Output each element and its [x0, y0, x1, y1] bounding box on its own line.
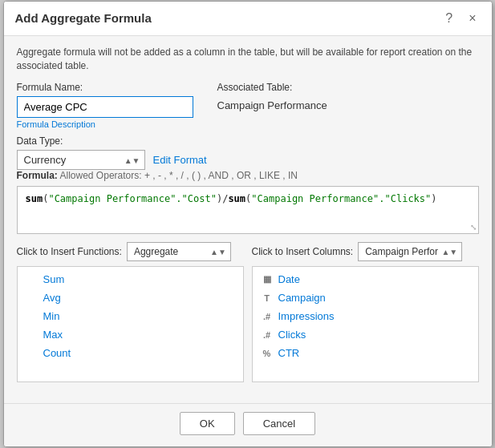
header-icons: ? ×: [441, 10, 480, 27]
data-type-select-wrapper: Currency Text Number Date ▲▼: [17, 150, 145, 170]
formula-label: Formula:: [17, 170, 58, 181]
column-ctr[interactable]: % CTR: [253, 344, 478, 362]
ok-button[interactable]: OK: [180, 412, 235, 435]
function-max-label: Max: [43, 329, 63, 341]
functions-list: Sum Avg Min Max: [17, 266, 244, 382]
insert-functions-pane: Click to Insert Functions: Aggregate Mat…: [17, 242, 244, 382]
function-sum-label: Sum: [43, 273, 65, 285]
function-max[interactable]: Max: [18, 325, 243, 344]
info-text: Aggregate formula will not be added as a…: [17, 46, 479, 73]
column-impressions[interactable]: .# Impressions: [253, 307, 478, 325]
formula-description-link[interactable]: Formula Description: [17, 119, 193, 129]
insert-columns-pane: Click to Insert Columns: Campaign Perfor…: [252, 242, 479, 382]
form-top-row: Formula Name: Formula Description Associ…: [17, 82, 479, 129]
cancel-button[interactable]: Cancel: [243, 412, 315, 435]
formula-close-paren: ): [431, 193, 436, 204]
function-min[interactable]: Min: [18, 307, 243, 325]
data-type-label: Data Type:: [17, 135, 479, 147]
associated-table-label: Associated Table:: [217, 82, 327, 93]
dialog-footer: OK Cancel: [4, 403, 492, 446]
formula-name-group: Formula Name: Formula Description: [17, 82, 193, 129]
function-avg[interactable]: Avg: [18, 289, 243, 307]
column-campaign[interactable]: T Campaign: [253, 289, 478, 307]
formula-table-clicks: "Campaign Performance"."Clicks": [251, 193, 431, 204]
column-clicks-label: Clicks: [278, 329, 306, 341]
function-min-label: Min: [43, 310, 60, 322]
text-type-icon: T: [261, 293, 274, 303]
formula-sum-2: sum: [228, 193, 245, 204]
data-type-group: Data Type: Currency Text Number Date ▲▼ …: [17, 135, 479, 170]
formula-header: Formula: Allowed Operators: + , - , * , …: [17, 170, 479, 181]
formula-allowed-operators: Allowed Operators: + , - , * , / , ( ) ,…: [60, 170, 298, 181]
column-ctr-label: CTR: [278, 347, 300, 359]
column-impressions-label: Impressions: [278, 310, 335, 322]
data-type-select[interactable]: Currency Text Number Date: [17, 150, 145, 170]
add-aggregate-formula-dialog: Add Aggregate Formula ? × Aggregate form…: [3, 1, 493, 448]
insert-functions-label: Click to Insert Functions:: [17, 246, 122, 257]
formula-name-input[interactable]: [17, 96, 193, 118]
associated-table-group: Associated Table: Campaign Performance: [217, 82, 327, 129]
formula-editor[interactable]: sum("Campaign Performance"."Cost")/sum("…: [17, 186, 479, 234]
formula-divide: )/: [217, 193, 228, 204]
formula-name-label: Formula Name:: [17, 82, 193, 93]
edit-format-link[interactable]: Edit Format: [153, 154, 207, 166]
dialog-title: Add Aggregate Formula: [15, 11, 152, 25]
formula-sum-1: sum: [26, 193, 43, 204]
formula-table-cost: "Campaign Performance"."Cost": [48, 193, 217, 204]
insert-columns-label: Click to Insert Columns:: [252, 246, 354, 257]
percent-type-icon: %: [261, 349, 274, 358]
close-button[interactable]: ×: [465, 10, 480, 27]
associated-table-value: Campaign Performance: [217, 96, 327, 111]
column-clicks[interactable]: .# Clicks: [253, 325, 478, 344]
insert-section: Click to Insert Functions: Aggregate Mat…: [17, 242, 479, 382]
columns-list: ▦ Date T Campaign .# Impressions .# Clic…: [252, 266, 479, 382]
functions-category-wrapper: Aggregate Math String Date ▲▼: [127, 242, 231, 261]
function-avg-label: Avg: [43, 292, 61, 304]
column-date[interactable]: ▦ Date: [253, 270, 478, 289]
number-type-icon-clicks: .#: [261, 330, 274, 340]
formula-section: Formula: Allowed Operators: + , - , * , …: [17, 170, 479, 234]
number-type-icon-impressions: .#: [261, 312, 274, 321]
insert-columns-header: Click to Insert Columns: Campaign Perfor…: [252, 242, 479, 261]
insert-functions-header: Click to Insert Functions: Aggregate Mat…: [17, 242, 244, 261]
columns-table-select[interactable]: Campaign Perfor: [358, 242, 462, 261]
resize-handle[interactable]: ⤡: [470, 223, 477, 232]
function-count-label: Count: [43, 347, 71, 359]
function-count[interactable]: Count: [18, 344, 243, 362]
dialog-header: Add Aggregate Formula ? ×: [4, 2, 492, 36]
function-sum[interactable]: Sum: [18, 270, 243, 289]
column-date-label: Date: [278, 273, 300, 285]
functions-category-select[interactable]: Aggregate Math String Date: [127, 242, 231, 261]
columns-table-wrapper: Campaign Perfor ▲▼: [358, 242, 462, 261]
pane-divider: [244, 242, 252, 382]
date-type-icon: ▦: [261, 274, 274, 285]
data-type-controls: Currency Text Number Date ▲▼ Edit Format: [17, 150, 479, 170]
help-button[interactable]: ?: [441, 10, 456, 27]
column-campaign-label: Campaign: [278, 292, 326, 304]
formula-display: sum("Campaign Performance"."Cost")/sum("…: [26, 193, 437, 204]
dialog-body: Aggregate formula will not be added as a…: [4, 36, 492, 404]
